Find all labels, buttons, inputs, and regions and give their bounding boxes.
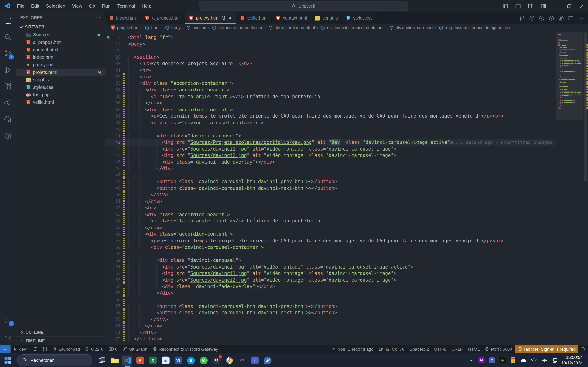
global-search-box[interactable]: SiteWeb (199, 2, 408, 11)
line-number[interactable]: 29 (111, 54, 121, 60)
menu-help[interactable]: Help (138, 2, 155, 10)
restore-icon[interactable] (562, 0, 575, 12)
breadcrumb-item[interactable]: section (186, 25, 206, 30)
layout-customize-icon[interactable] (537, 0, 550, 12)
gutter-margin[interactable] (105, 264, 111, 270)
git-graph-icon[interactable] (0, 95, 16, 111)
gutter-margin[interactable] (105, 316, 111, 323)
gutter-margin[interactable] (105, 80, 111, 86)
code-line-57[interactable]: 57 <p>Ces dernier temps le projet ete or… (105, 237, 556, 244)
menu-terminal[interactable]: Terminal (114, 2, 138, 10)
status-eol[interactable]: CRLF (449, 345, 466, 353)
git-search-icon[interactable] (0, 111, 16, 128)
visual-studio-icon[interactable]: ∞ (237, 355, 247, 365)
sidebar-item-test-php[interactable]: test.php (16, 91, 105, 99)
status-cursor-position[interactable]: Ln 42, Col 76 (376, 345, 407, 353)
gutter-margin[interactable] (105, 139, 111, 146)
sidebar-item-veille-html[interactable]: veille.html (16, 99, 105, 106)
menu-go[interactable]: Go (86, 2, 99, 10)
line-number[interactable]: 38 (111, 113, 121, 119)
line-number[interactable]: 72 (111, 336, 121, 342)
teams-tray-icon[interactable]: T (489, 357, 495, 364)
gutter-margin[interactable] (105, 296, 111, 303)
line-number[interactable]: 2 (111, 35, 121, 40)
code-line-67[interactable]: 67 <button class="davinci-carousel-btn d… (105, 303, 556, 309)
line-number[interactable]: 28 (111, 48, 121, 53)
vscode-icon[interactable] (122, 355, 132, 365)
gutter-margin[interactable] (105, 224, 111, 231)
powerpoint-icon[interactable]: P (135, 355, 145, 365)
line-number[interactable]: 36 (111, 100, 121, 106)
status-encoding[interactable]: UTF-8 (432, 345, 449, 353)
file-explorer-icon[interactable] (110, 355, 120, 365)
tab-contact-html[interactable]: contact.html (272, 12, 311, 24)
status-blame-info[interactable]: You, 1 second ago (329, 345, 376, 353)
menu-view[interactable]: View (69, 2, 86, 10)
breadcrumb-item[interactable]: div.accordion-container (211, 25, 262, 30)
gutter-margin[interactable] (105, 54, 111, 60)
gutter-margin[interactable] (105, 290, 111, 296)
vscode-logo-icon[interactable] (4, 2, 10, 9)
sidebar-item-styles-css[interactable]: styles.css (16, 83, 105, 91)
gutter-margin[interactable] (105, 100, 111, 106)
status-tabnine[interactable]: Tabnine: Sign-in is required (515, 345, 578, 353)
code-line-2[interactable]: 2<html lang="fr"> (105, 34, 556, 41)
line-number[interactable]: 60 (111, 258, 121, 263)
breadcrumb-item[interactable]: html (145, 25, 159, 30)
line-number[interactable]: 68 (111, 310, 121, 315)
source-control-icon[interactable]: 2 (0, 45, 16, 62)
extensions-icon[interactable] (0, 78, 16, 95)
more-actions-icon[interactable]: ⋯ (96, 15, 100, 20)
status-git-graph[interactable]: Git Graph (120, 345, 150, 353)
line-number[interactable]: 66 (111, 297, 121, 302)
gutter-margin[interactable] (105, 165, 111, 172)
code-line-45[interactable]: 45 <div class="davinci-fade-overlay"></d… (105, 158, 556, 165)
code-line-70[interactable]: 70 </div> (105, 323, 556, 329)
code-line-29[interactable]: 29 <section> (105, 54, 556, 60)
line-number[interactable]: 53 (111, 212, 121, 217)
gutter-margin[interactable] (105, 60, 111, 67)
status-sync[interactable] (30, 345, 40, 353)
task-view-icon[interactable] (97, 355, 107, 365)
code-line-40[interactable]: 40 (105, 126, 556, 133)
nav-forward-circle-icon[interactable] (549, 15, 554, 21)
code-line-51[interactable]: 51 </div> (105, 198, 556, 205)
line-number[interactable]: 47 (111, 172, 121, 178)
line-number[interactable]: 63 (111, 277, 121, 283)
gutter-margin[interactable] (105, 198, 111, 205)
status-port[interactable]: Port : 5500 (482, 345, 515, 353)
minimap[interactable] (556, 32, 583, 345)
gear-icon[interactable] (0, 328, 16, 345)
tab-index-html[interactable]: index.html (105, 12, 141, 24)
section-timeline[interactable]: TIMELINE (16, 336, 105, 345)
line-number[interactable]: 57 (111, 238, 121, 243)
line-number[interactable]: 67 (111, 303, 121, 309)
discord-icon[interactable]: ᗢ (211, 355, 222, 365)
status-language-mode[interactable]: HTML (465, 345, 482, 353)
line-number[interactable]: 46 (111, 166, 121, 171)
minimize-icon[interactable] (550, 0, 562, 12)
stacked-windows-icon[interactable] (552, 357, 558, 364)
code-line-69[interactable]: 69 </div> (105, 316, 556, 323)
gutter-margin[interactable] (105, 270, 111, 277)
close-icon[interactable]: ✕ (228, 15, 232, 20)
chrome-icon[interactable] (224, 355, 234, 365)
gutter-margin[interactable] (105, 158, 111, 165)
tab-script-js[interactable]: JSscript.js (311, 12, 342, 24)
gutter-margin[interactable] (105, 335, 111, 342)
code-line-49[interactable]: 49 <button class="davinci-carousel-btn d… (105, 185, 556, 192)
code-line-58[interactable]: 58 <div class="davinci-carousel-containe… (105, 244, 556, 250)
code-line-68[interactable]: 68 <button class="davinci-carousel-btn d… (105, 309, 556, 316)
nav-back-circle-icon[interactable] (529, 15, 535, 21)
menu-run[interactable]: Run (99, 2, 114, 10)
line-number[interactable]: 34 (111, 87, 121, 92)
tab-a_propos-html[interactable]: a_propos.html (141, 12, 185, 24)
whatsapp-icon[interactable]: ✆ (199, 355, 209, 365)
line-number[interactable]: 30 (111, 61, 121, 66)
line-number[interactable]: 45 (111, 159, 121, 165)
code-line-62[interactable]: 62 <img src="Sources/davinci1.jpg" alt="… (105, 270, 556, 277)
code-line-42[interactable]: 42 <img src="Sources/Projets scolaires/p… (105, 139, 556, 146)
line-number[interactable]: 35 (111, 94, 121, 99)
tab-veille-html[interactable]: veille.html (236, 12, 272, 24)
line-number[interactable]: 65 (111, 290, 121, 296)
